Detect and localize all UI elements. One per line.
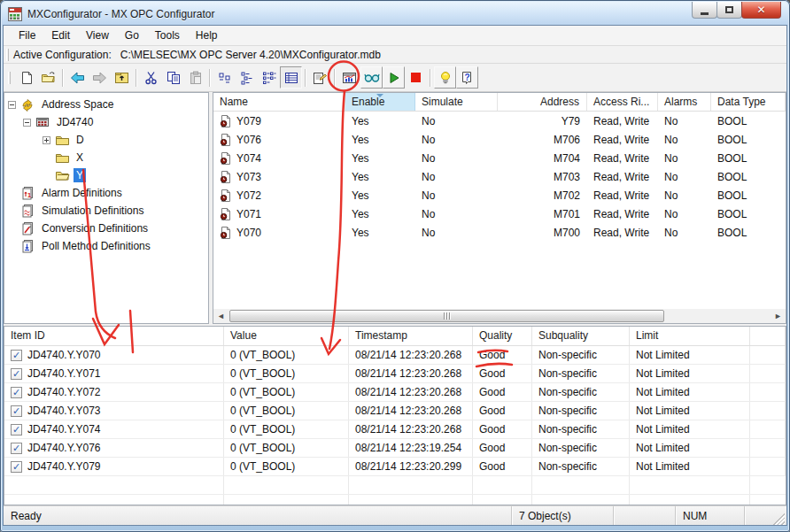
menu-edit[interactable]: Edit <box>43 27 78 44</box>
view-details-button[interactable] <box>280 66 302 89</box>
item-checkbox-checked[interactable]: ✓ <box>11 387 22 398</box>
column-header-data-type[interactable]: Data Type <box>711 93 786 111</box>
monitor-view-glasses-button[interactable] <box>360 66 383 89</box>
minimize-button[interactable] <box>692 2 717 19</box>
menu-file[interactable]: File <box>11 27 43 44</box>
monitor-row[interactable]: ✓JD4740.Y.Y079 0 (VT_BOOL) 08/21/14 12:2… <box>4 458 786 476</box>
help-icon: ? <box>461 71 475 85</box>
view-large-icons-button[interactable] <box>213 66 236 89</box>
monitor-view-panel: Item ID Value Timestamp Quality Subquali… <box>4 326 786 505</box>
tree-item-x[interactable]: X <box>4 149 208 166</box>
view-list-button[interactable] <box>258 66 280 89</box>
column-header-timestamp[interactable]: Timestamp <box>349 327 473 345</box>
tree-label[interactable]: X <box>74 150 86 165</box>
tree-label[interactable]: JD4740 <box>54 115 96 129</box>
scroll-left-button[interactable]: ◄ <box>213 309 228 323</box>
item-checkbox-checked[interactable]: ✓ <box>11 461 22 473</box>
cut-button[interactable] <box>140 66 162 89</box>
tree-item-address-space[interactable]: Address Space <box>4 96 208 113</box>
scrollbar-track[interactable] <box>228 309 771 323</box>
tree-item-poll-method-definitions[interactable]: Poll Method Definitions <box>4 237 208 255</box>
monitor-row[interactable]: ✓JD4740.Y.Y070 0 (VT_BOOL) 08/21/14 12:2… <box>4 346 786 365</box>
monitor-row[interactable]: ✓JD4740.Y.Y071 0 (VT_BOOL) 08/21/14 12:2… <box>4 365 786 383</box>
monitor-row[interactable]: ✓JD4740.Y.Y074 0 (VT_BOOL) 08/21/14 12:2… <box>4 420 786 439</box>
item-value: 0 (VT_BOOL) <box>224 402 349 420</box>
tree-label[interactable]: Poll Method Definitions <box>39 239 153 253</box>
tag-row[interactable]: Y076 Yes No M706 Read, Write No BOOL <box>213 130 786 149</box>
column-header-access-rights[interactable]: Access Ri... <box>587 93 658 111</box>
view-small-icons-button[interactable] <box>236 66 258 89</box>
monitor-view-chart-button[interactable] <box>338 66 360 89</box>
tree-label-selected[interactable]: Y <box>74 168 86 182</box>
new-document-button[interactable] <box>15 66 37 89</box>
item-checkbox-checked[interactable]: ✓ <box>11 350 22 361</box>
column-header-enable[interactable]: Enable <box>345 93 415 111</box>
column-header-simulate[interactable]: Simulate <box>415 93 498 111</box>
expand-icon[interactable] <box>43 136 50 144</box>
tree-item-jd4740[interactable]: JD4740 <box>4 113 208 131</box>
column-header-item-id[interactable]: Item ID <box>4 327 224 345</box>
tree-label[interactable]: Conversion Definitions <box>39 221 151 235</box>
column-header-quality[interactable]: Quality <box>473 327 532 345</box>
collapse-icon[interactable] <box>8 101 16 109</box>
open-configuration-button[interactable] <box>37 66 59 89</box>
tree-label[interactable]: Alarm Definitions <box>39 186 125 200</box>
tree-item-d[interactable]: D <box>4 131 208 149</box>
title-bar[interactable]: MXConfigurator - MX OPC Configurator ✕ <box>2 2 788 26</box>
item-checkbox-checked[interactable]: ✓ <box>11 424 22 436</box>
item-timestamp: 08/21/14 12:23:20.268 <box>349 402 473 420</box>
scrollbar-thumb[interactable] <box>229 310 664 322</box>
up-one-level-button[interactable] <box>111 66 133 89</box>
column-header-value[interactable]: Value <box>224 327 349 345</box>
stop-runtime-button[interactable] <box>405 66 427 89</box>
tree-label[interactable]: Address Space <box>39 97 116 112</box>
column-header-name[interactable]: Name <box>213 93 345 111</box>
menu-help[interactable]: Help <box>188 27 226 44</box>
status-bar: Ready 7 Object(s) NUM <box>4 505 786 525</box>
tag-row[interactable]: Y073 Yes No M703 Read, Write No BOOL <box>213 167 786 186</box>
paste-button[interactable] <box>184 66 206 89</box>
tree-item-conversion-definitions[interactable]: Conversion Definitions <box>4 220 208 237</box>
menu-view[interactable]: View <box>78 27 117 44</box>
tag-row[interactable]: Y070 Yes No M700 Read, Write No BOOL <box>213 223 786 242</box>
scroll-right-button[interactable]: ► <box>771 309 786 323</box>
resize-grip[interactable] <box>771 511 785 525</box>
tag-alarms: No <box>658 189 711 202</box>
column-header-subquality[interactable]: Subquality <box>532 327 630 345</box>
menu-go[interactable]: Go <box>117 27 147 44</box>
tree-item-simulation-definitions[interactable]: Simulation Definitions <box>4 202 208 220</box>
paste-icon <box>189 71 203 85</box>
tag-alarms: No <box>658 115 711 127</box>
tag-row[interactable]: Y071 Yes No M701 Read, Write No BOOL <box>213 204 786 223</box>
close-button[interactable]: ✕ <box>741 2 781 19</box>
tree-item-alarm-definitions[interactable]: 1 Alarm Definitions <box>4 184 208 202</box>
item-checkbox-checked[interactable]: ✓ <box>11 405 22 417</box>
properties-button[interactable] <box>309 66 331 89</box>
tree-label[interactable]: Simulation Definitions <box>39 204 146 218</box>
tree-label[interactable]: D <box>74 133 87 147</box>
column-header-limit[interactable]: Limit <box>630 327 750 345</box>
collapse-icon[interactable] <box>23 119 31 127</box>
monitor-row[interactable]: ✓JD4740.Y.Y072 0 (VT_BOOL) 08/21/14 12:2… <box>4 383 786 402</box>
close-icon: ✕ <box>756 4 765 16</box>
lightbulb-tips-button[interactable] <box>434 66 456 89</box>
tag-row[interactable]: Y072 Yes No M702 Read, Write No BOOL <box>213 186 786 204</box>
tag-row[interactable]: Y079 Yes No Y79 Read, Write No BOOL <box>213 112 786 130</box>
item-subquality: Non-specific <box>532 439 630 457</box>
maximize-button[interactable] <box>716 2 742 19</box>
item-checkbox-checked[interactable]: ✓ <box>11 443 22 454</box>
column-header-alarms[interactable]: Alarms <box>658 93 711 111</box>
tag-row[interactable]: Y074 Yes No M704 Read, Write No BOOL <box>213 149 786 167</box>
menu-tools[interactable]: Tools <box>147 27 188 44</box>
horizontal-scrollbar[interactable]: ◄ ► <box>213 309 786 323</box>
help-button[interactable]: ? <box>456 66 478 89</box>
item-checkbox-checked[interactable]: ✓ <box>11 368 22 380</box>
copy-button[interactable] <box>162 66 184 89</box>
monitor-row[interactable]: ✓JD4740.Y.Y076 0 (VT_BOOL) 08/21/14 12:2… <box>4 439 786 458</box>
start-runtime-button[interactable] <box>383 66 405 89</box>
column-header-address[interactable]: Address <box>498 93 587 111</box>
tree-item-y-selected[interactable]: Y <box>4 166 208 184</box>
forward-button[interactable] <box>89 66 111 89</box>
monitor-row[interactable]: ✓JD4740.Y.Y073 0 (VT_BOOL) 08/21/14 12:2… <box>4 402 786 420</box>
back-button[interactable] <box>66 66 89 89</box>
